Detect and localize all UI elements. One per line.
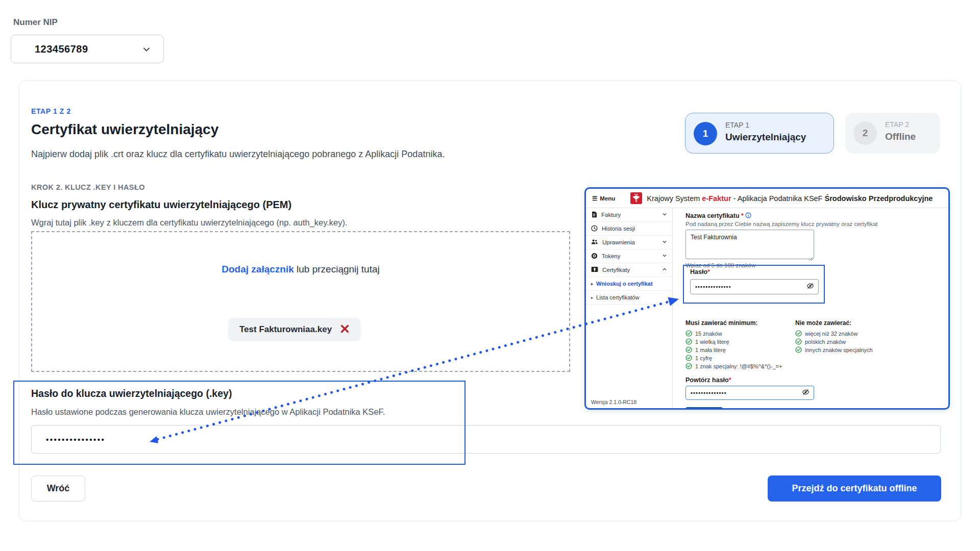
uploaded-file-chip: Test Fakturowniaa.key <box>228 318 361 341</box>
stepper-step-1: 1 ETAP 1 Uwierzytelniający <box>685 113 834 154</box>
step-2-number: 2 <box>853 121 877 145</box>
generate-button: Generuj <box>685 407 723 410</box>
rule-text: 1 znak specjalny: !@#$%^&*()-_=+ <box>695 363 782 369</box>
sidebar-item-historia-sesji: Historia sesji <box>586 222 672 236</box>
check-circle-icon <box>795 346 802 354</box>
caret-right-icon: ▸ <box>591 282 593 286</box>
rule-item: 15 znaków <box>685 330 782 338</box>
chevron-up-icon <box>662 267 667 273</box>
ksef-title-env: Środowisko Przedprodukcyjne <box>825 194 933 203</box>
page-subtitle: Najpierw dodaj plik .crt oraz klucz dla … <box>31 149 445 160</box>
required-asterisk: * <box>729 377 731 384</box>
key-section-hint: Wgraj tutaj plik .key z kluczem dla cert… <box>31 218 348 228</box>
rule-item: 1 cyfrę <box>685 354 782 362</box>
label-text: Hasło <box>690 268 707 276</box>
resize-handle-icon <box>808 254 813 263</box>
dropzone-rest-text: lub przeciągnij tutaj <box>294 264 380 274</box>
repeat-password-label: Powtórz hasło* <box>685 377 731 384</box>
rule-item: innych znaków specjalnych <box>795 346 873 354</box>
chevron-down-icon <box>662 253 667 259</box>
rule-item: więcej niż 32 znaków <box>795 330 873 338</box>
ksef-sidebar: Faktury Historia sesji Uprawnienia Token… <box>586 208 673 408</box>
check-circle-icon <box>685 363 692 370</box>
ksef-form-panel: Nazwa certyfikatu * Pod nadaną przez Cie… <box>673 208 948 408</box>
stepper-step-2: 2 ETAP 2 Offline <box>845 113 940 154</box>
stage-eyebrow: ETAP 1 Z 2 <box>31 107 71 115</box>
clock-icon <box>591 225 598 233</box>
step-2-eyebrow: ETAP 2 <box>885 120 909 129</box>
page-title: Certyfikat uwierzytelniający <box>31 121 218 138</box>
ksef-title-prefix: Krajowy System <box>647 194 702 203</box>
rule-text: 1 wielką literę <box>695 339 729 345</box>
hamburger-menu-icon: ☰ <box>592 195 597 202</box>
rule-text: 1 mała literę <box>695 347 726 353</box>
sidebar-item-uprawnienia: Uprawnienia <box>586 236 672 249</box>
document-icon <box>591 211 597 219</box>
ksef-menu-button: ☰ Menu <box>592 195 615 202</box>
password-section-title: Hasło do klucza uwierzytelniającego (.ke… <box>31 388 232 399</box>
ksef-header: ☰ Menu Krajowy System e-Faktur - Aplikac… <box>586 189 948 208</box>
rule-item: 1 znak specjalny: !@#$%^&*()-_=+ <box>685 362 782 370</box>
step-2-label: Offline <box>885 131 916 142</box>
sidebar-label: Uprawnienia <box>602 239 635 245</box>
rule-text: polskich znaków <box>805 339 846 345</box>
ksef-password-value: •••••••••••••• <box>695 284 731 290</box>
ksef-menu-label: Menu <box>600 195 615 202</box>
ksef-repeat-password-input: •••••••••••••• <box>685 386 814 400</box>
check-circle-icon <box>685 338 692 346</box>
annotation-box-haslo-field: Hasło* •••••••••••••• <box>683 265 825 304</box>
step-1-eyebrow: ETAP 1 <box>725 121 749 129</box>
required-asterisk: * <box>707 268 710 276</box>
token-icon <box>591 253 598 260</box>
sidebar-label: Certyfikaty <box>602 267 630 273</box>
key-section-title: Klucz prywatny certyfikatu uwierzytelnia… <box>31 199 291 211</box>
step-heading: KROK 2. KLUCZ .KEY I HASŁO <box>31 183 145 191</box>
eye-off-icon <box>806 282 814 291</box>
rule-item: polskich znaków <box>795 338 873 346</box>
label-text: Powtórz hasło <box>685 377 729 384</box>
version-text: Wersja 2.1.0-RC18 <box>591 399 636 405</box>
add-attachment-link[interactable]: Dodaj załącznik <box>222 264 294 274</box>
sidebar-label: Tokeny <box>602 253 620 259</box>
step-1-number: 1 <box>694 122 717 145</box>
eye-off-icon <box>802 388 810 397</box>
sidebar-item-lista-certyfikatow: ▸ Lista certyfikatów <box>586 291 672 305</box>
required-asterisk: * <box>741 212 744 219</box>
go-to-offline-certificate-button[interactable]: Przejdź do certyfikatu offline <box>768 475 941 502</box>
sidebar-item-tokeny: Tokeny <box>586 249 672 263</box>
nip-value: 123456789 <box>35 43 88 55</box>
rule-text: więcej niż 32 znaków <box>805 331 857 337</box>
check-circle-icon <box>685 355 692 362</box>
rule-text: 15 znaków <box>695 331 722 337</box>
file-dropzone[interactable]: Dodaj załącznik lub przeciągnij tutaj Te… <box>31 231 570 372</box>
dropzone-text: Dodaj załącznik lub przeciągnij tutaj <box>32 264 569 275</box>
ksef-app-title: Krajowy System e-Faktur - Aplikacja Poda… <box>647 194 933 203</box>
key-password-input[interactable]: ••••••••••••••• <box>31 425 941 454</box>
rule-text: innych znaków specjalnych <box>805 347 873 353</box>
sidebar-label: Faktury <box>601 212 621 218</box>
nip-label: Numer NIP <box>13 17 58 28</box>
ksef-app-screenshot: ☰ Menu Krajowy System e-Faktur - Aplikac… <box>584 187 950 410</box>
key-password-value: ••••••••••••••• <box>46 435 105 444</box>
rules-must-list: 15 znaków 1 wielką literę 1 mała literę … <box>685 330 782 370</box>
people-icon <box>591 239 598 246</box>
ksef-repeat-password-value: •••••••••••••• <box>691 390 727 396</box>
check-circle-icon <box>795 338 802 346</box>
check-circle-icon <box>795 330 802 338</box>
rule-item: 1 mała literę <box>685 346 782 354</box>
nip-select[interactable]: 123456789 <box>11 35 164 63</box>
back-button[interactable]: Wróć <box>31 475 85 502</box>
sidebar-label: Lista certyfikatów <box>596 294 639 300</box>
remove-file-icon[interactable] <box>340 324 350 336</box>
check-circle-icon <box>685 346 692 354</box>
certificate-name-hint: Pod nadaną przez Ciebie nazwą zapiszemy … <box>685 221 877 227</box>
uploaded-file-name: Test Fakturowniaa.key <box>239 324 332 335</box>
certificate-name-textarea: Test Fakturownia <box>685 230 814 259</box>
password-section-hint: Hasło ustawione podczas generowania kluc… <box>31 407 385 417</box>
info-icon <box>745 212 751 219</box>
sidebar-item-wnioskuj-o-certyfikat: ▸ Wnioskuj o certyfikat <box>586 277 672 291</box>
rules-not-title: Nie może zawierać: <box>795 319 851 327</box>
rule-text: 1 cyfrę <box>695 355 712 361</box>
certificate-badge-icon <box>591 266 598 273</box>
label-text: Nazwa certyfikatu <box>685 212 740 219</box>
